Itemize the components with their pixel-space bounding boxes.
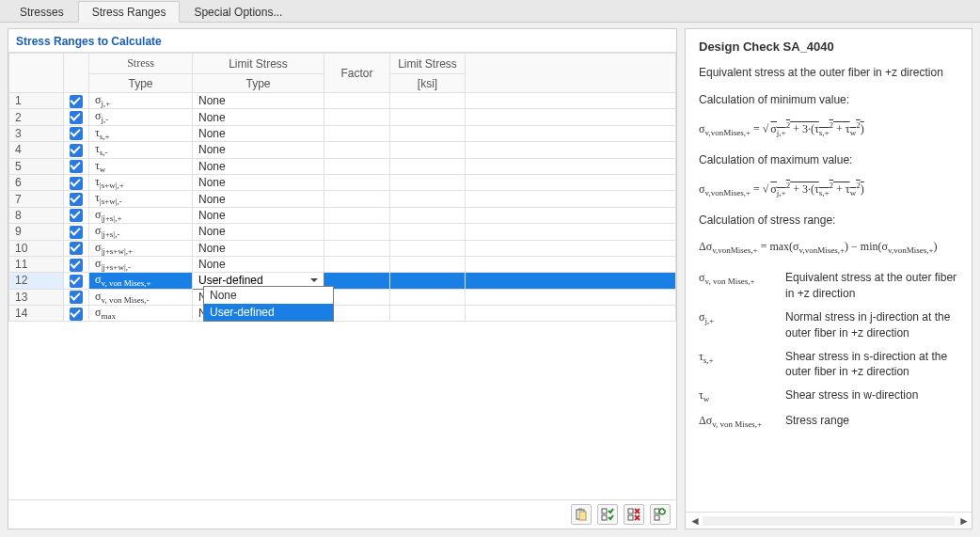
factor-cell[interactable]	[324, 191, 390, 207]
row-check[interactable]	[64, 109, 89, 125]
limit-ksi-cell[interactable]	[390, 142, 466, 158]
row-check[interactable]	[64, 289, 89, 305]
stress-type-cell[interactable]: σ|j+s+w|,-	[89, 256, 193, 272]
limit-type-cell[interactable]: None	[193, 256, 324, 272]
check-icon[interactable]	[70, 111, 83, 124]
limit-ksi-cell[interactable]	[390, 240, 466, 256]
row-check[interactable]	[64, 256, 89, 272]
factor-cell[interactable]	[324, 289, 390, 305]
dropdown-option-none[interactable]: None	[204, 287, 333, 304]
table-row[interactable]: 2σj,-None	[9, 109, 676, 125]
limit-ksi-cell[interactable]	[390, 125, 466, 141]
table-row[interactable]: 4τs,-None	[9, 142, 676, 158]
row-check[interactable]	[64, 224, 89, 240]
check-icon[interactable]	[70, 259, 83, 272]
limit-type-cell[interactable]: None	[193, 158, 324, 174]
factor-cell[interactable]	[324, 240, 390, 256]
tab-special-options[interactable]: Special Options...	[180, 1, 296, 22]
table-row[interactable]: 10σ|j+s+w|,+None	[9, 240, 676, 256]
limit-ksi-cell[interactable]	[390, 109, 466, 125]
stress-type-cell[interactable]: σv, von Mises,-	[89, 289, 193, 305]
check-icon[interactable]	[70, 209, 83, 222]
row-check[interactable]	[64, 240, 89, 256]
factor-cell[interactable]	[324, 306, 390, 322]
limit-ksi-cell[interactable]	[390, 273, 466, 289]
table-row[interactable]: 8σ|j+s|,+None	[9, 207, 676, 223]
stress-type-cell[interactable]: τs,+	[89, 125, 193, 141]
stress-type-cell[interactable]: σv, von Mises,+	[89, 273, 193, 289]
row-check[interactable]	[64, 142, 89, 158]
row-check[interactable]	[64, 191, 89, 207]
row-check[interactable]	[64, 207, 89, 223]
check-icon[interactable]	[70, 193, 83, 206]
factor-cell[interactable]	[324, 224, 390, 240]
check-icon[interactable]	[70, 144, 83, 157]
stress-type-cell[interactable]: σ|j+s+w|,+	[89, 240, 193, 256]
tab-stresses[interactable]: Stresses	[6, 1, 78, 22]
col-limit-type[interactable]: Limit Stress	[193, 54, 324, 74]
stress-type-cell[interactable]: σmax	[89, 306, 193, 322]
factor-cell[interactable]	[324, 174, 390, 190]
row-check[interactable]	[64, 174, 89, 190]
row-check[interactable]	[64, 93, 89, 109]
limit-ksi-cell[interactable]	[390, 191, 466, 207]
row-check[interactable]	[64, 125, 89, 141]
factor-cell[interactable]	[324, 256, 390, 272]
check-icon[interactable]	[70, 226, 83, 239]
col-stress-type[interactable]: Stress	[89, 54, 193, 74]
table-row[interactable]: 9σ|j+s|,-None	[9, 224, 676, 240]
limit-ksi-cell[interactable]	[390, 256, 466, 272]
limit-type-cell[interactable]: None	[193, 142, 324, 158]
limit-type-cell[interactable]: None	[193, 207, 324, 223]
col-factor[interactable]: Factor	[324, 54, 390, 93]
check-icon[interactable]	[70, 177, 83, 190]
limit-ksi-cell[interactable]	[390, 93, 466, 109]
check-icon[interactable]	[70, 275, 83, 288]
stress-type-cell[interactable]: σ|j+s|,-	[89, 224, 193, 240]
factor-cell[interactable]	[324, 93, 390, 109]
limit-ksi-cell[interactable]	[390, 174, 466, 190]
row-check[interactable]	[64, 273, 89, 289]
limit-type-cell[interactable]: None	[193, 240, 324, 256]
reset-button[interactable]	[650, 504, 671, 525]
col-limit-ksi[interactable]: Limit Stress	[390, 54, 466, 74]
limit-type-cell[interactable]: None	[193, 125, 324, 141]
limit-type-cell[interactable]: None	[193, 191, 324, 207]
limit-type-cell[interactable]: None	[193, 174, 324, 190]
table-row[interactable]: 7τ|s+w|,-None	[9, 191, 676, 207]
table-row[interactable]: 3τs,+None	[9, 125, 676, 141]
stress-type-cell[interactable]: τ|s+w|,+	[89, 174, 193, 190]
row-check[interactable]	[64, 158, 89, 174]
limit-type-dropdown[interactable]: None User-defined	[203, 286, 334, 322]
row-check[interactable]	[64, 306, 89, 322]
stress-type-cell[interactable]: σj,+	[89, 93, 193, 109]
table-row[interactable]: 6τ|s+w|,+None	[9, 174, 676, 190]
check-icon[interactable]	[70, 242, 83, 255]
check-icon[interactable]	[70, 95, 83, 108]
check-icon[interactable]	[70, 291, 83, 304]
dropdown-option-user-defined[interactable]: User-defined	[204, 304, 333, 321]
limit-ksi-cell[interactable]	[390, 207, 466, 223]
stress-type-cell[interactable]: τs,-	[89, 142, 193, 158]
limit-type-cell[interactable]: None	[193, 224, 324, 240]
tab-stress-ranges[interactable]: Stress Ranges	[78, 1, 181, 23]
factor-cell[interactable]	[324, 109, 390, 125]
checkall-button[interactable]	[597, 504, 618, 525]
paste-button[interactable]	[571, 504, 592, 525]
factor-cell[interactable]	[324, 125, 390, 141]
uncheckall-button[interactable]	[624, 504, 644, 525]
limit-ksi-cell[interactable]	[390, 306, 466, 322]
scroll-right-icon[interactable]: ►	[958, 514, 968, 528]
check-icon[interactable]	[70, 160, 83, 173]
limit-ksi-cell[interactable]	[390, 158, 466, 174]
factor-cell[interactable]	[324, 142, 390, 158]
limit-type-cell[interactable]: None	[193, 93, 324, 109]
table-row[interactable]: 12σv, von Mises,+User-defined	[9, 273, 676, 289]
factor-cell[interactable]	[324, 207, 390, 223]
stress-type-cell[interactable]: σj,-	[89, 109, 193, 125]
limit-type-cell[interactable]: None	[193, 109, 324, 125]
stress-type-cell[interactable]: σ|j+s|,+	[89, 207, 193, 223]
table-row[interactable]: 14σmaxNone	[9, 306, 676, 322]
table-row[interactable]: 13σv, von Mises,-None	[9, 289, 676, 305]
scroll-left-icon[interactable]: ◄	[689, 514, 699, 528]
